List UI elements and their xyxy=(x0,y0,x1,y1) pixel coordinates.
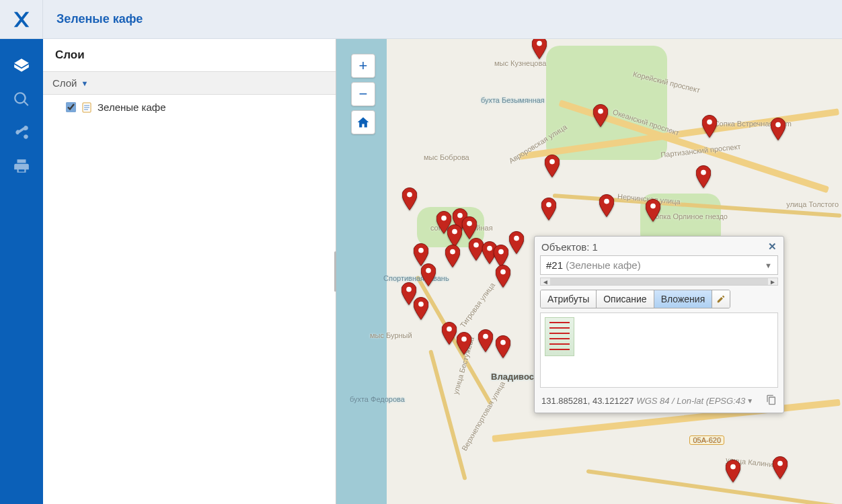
tab-attributes[interactable]: Атрибуты xyxy=(541,290,597,308)
print-button[interactable] xyxy=(8,153,35,180)
svg-point-9 xyxy=(604,199,609,204)
header: Зеленые кафе xyxy=(0,0,842,39)
svg-point-13 xyxy=(775,122,781,128)
feature-pager[interactable]: ◄ ► xyxy=(540,278,778,286)
svg-point-20 xyxy=(452,229,457,235)
map-marker[interactable] xyxy=(599,194,614,217)
map-marker[interactable] xyxy=(421,263,436,286)
map-route-label: 05А-620 xyxy=(689,435,724,445)
svg-point-11 xyxy=(707,120,712,125)
svg-point-29 xyxy=(500,269,506,275)
zoom-out-button[interactable]: − xyxy=(351,82,375,106)
layer-group-label: Слой xyxy=(52,77,77,89)
map-marker[interactable] xyxy=(442,322,457,345)
svg-point-27 xyxy=(498,249,504,255)
close-icon[interactable]: ✕ xyxy=(768,241,777,253)
map-label: мыс Бурный xyxy=(370,331,412,339)
svg-point-6 xyxy=(407,192,412,198)
map-marker[interactable] xyxy=(646,199,660,222)
tab-description[interactable]: Описание xyxy=(597,290,654,308)
edit-icon xyxy=(716,294,726,304)
search-icon xyxy=(13,91,30,108)
share-icon xyxy=(13,124,30,142)
zoom-in-button[interactable]: + xyxy=(351,54,375,78)
share-button[interactable] xyxy=(8,120,35,146)
pager-next[interactable]: ► xyxy=(768,278,777,286)
map[interactable]: мыс Кузнецова бухта Безымянная мыс Бобро… xyxy=(336,39,842,504)
map-marker[interactable] xyxy=(414,243,428,266)
map-marker[interactable] xyxy=(496,335,510,358)
map-marker[interactable] xyxy=(702,115,717,138)
app-logo[interactable] xyxy=(0,0,43,38)
svg-point-12 xyxy=(701,170,706,175)
search-button[interactable] xyxy=(8,86,35,113)
map-marker[interactable] xyxy=(696,165,711,188)
chevron-down-icon: ▼ xyxy=(81,79,88,87)
layer-item[interactable]: Зеленые кафе xyxy=(43,95,336,120)
svg-point-32 xyxy=(461,337,467,342)
popup-srs: WGS 84 / Lon-lat (EPSG:43 xyxy=(636,396,745,406)
map-marker[interactable] xyxy=(496,265,510,288)
map-marker[interactable] xyxy=(771,118,786,140)
copy-icon[interactable] xyxy=(766,394,777,407)
map-marker[interactable] xyxy=(532,39,547,59)
layer-group-header[interactable]: Слой ▼ xyxy=(43,71,336,95)
map-marker[interactable] xyxy=(545,155,560,177)
map-marker[interactable] xyxy=(773,456,788,479)
svg-point-23 xyxy=(418,302,424,307)
home-icon xyxy=(356,116,370,129)
map-marker[interactable] xyxy=(445,245,460,267)
map-label: бухта Федорова xyxy=(350,395,405,403)
map-marker[interactable] xyxy=(402,187,417,210)
map-marker[interactable] xyxy=(478,329,493,352)
map-marker[interactable] xyxy=(447,224,462,247)
map-label: сопка Орлиное гнездо xyxy=(652,212,728,220)
svg-point-15 xyxy=(730,464,736,470)
map-marker[interactable] xyxy=(541,198,556,220)
svg-point-5 xyxy=(598,109,603,114)
svg-point-33 xyxy=(447,327,452,332)
feature-select[interactable]: #21 (Зеленые кафе) ▼ xyxy=(540,255,778,275)
map-marker[interactable] xyxy=(509,231,524,254)
layer-checkbox[interactable] xyxy=(66,102,76,112)
map-marker[interactable] xyxy=(593,104,608,127)
svg-point-28 xyxy=(514,236,519,241)
home-button[interactable] xyxy=(351,110,375,134)
svg-point-21 xyxy=(406,287,412,292)
attachment-thumbnail[interactable] xyxy=(545,317,574,356)
pager-prev[interactable]: ◄ xyxy=(541,278,550,286)
svg-point-14 xyxy=(777,461,783,466)
map-marker[interactable] xyxy=(414,297,428,320)
feature-popup: Объектов: 1 ✕ #21 (Зеленые кафе) ▼ ◄ ► А… xyxy=(534,236,784,413)
map-marker[interactable] xyxy=(726,460,740,482)
chevron-down-icon: ▼ xyxy=(765,261,772,269)
tab-attachments[interactable]: Вложения xyxy=(654,290,713,308)
svg-point-25 xyxy=(473,243,479,248)
map-marker[interactable] xyxy=(462,216,477,239)
map-marker[interactable] xyxy=(469,238,484,261)
layers-icon xyxy=(13,57,30,75)
page-title: Зеленые кафе xyxy=(43,12,143,26)
chevron-down-icon: ▼ xyxy=(747,397,753,405)
svg-point-7 xyxy=(549,159,555,165)
map-label: улица Толстого xyxy=(786,200,839,208)
svg-point-16 xyxy=(418,248,424,253)
popup-tabs: Атрибуты Описание Вложения xyxy=(540,290,730,308)
popup-title: Объектов: 1 xyxy=(541,241,598,253)
main: Слои Слой ▼ Зеленые кафе мыс Кузнецова б… xyxy=(0,39,842,504)
svg-point-24 xyxy=(450,249,455,255)
svg-point-10 xyxy=(650,204,656,209)
svg-point-22 xyxy=(426,268,431,274)
layer-label: Зеленые кафе xyxy=(98,101,166,113)
map-label: Спортивная гавань xyxy=(383,274,449,282)
tab-edit[interactable] xyxy=(712,290,730,308)
svg-point-31 xyxy=(500,340,506,345)
feature-layer: (Зеленые кафе) xyxy=(566,259,640,271)
print-icon xyxy=(13,158,30,175)
map-label: мыс Боброва xyxy=(424,153,469,161)
attachments-body xyxy=(540,312,778,388)
layers-button[interactable] xyxy=(8,52,35,79)
map-marker[interactable] xyxy=(457,332,471,355)
map-marker[interactable] xyxy=(494,245,508,267)
document-icon xyxy=(81,102,92,113)
